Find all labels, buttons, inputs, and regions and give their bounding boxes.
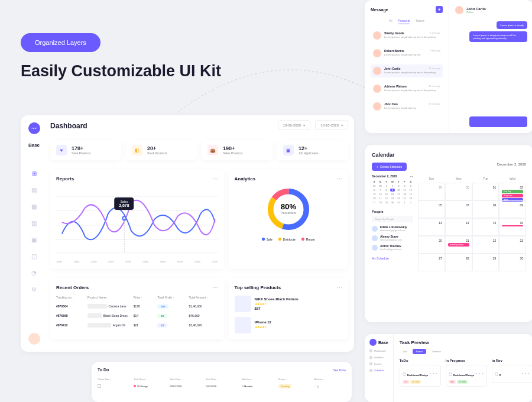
task-card[interactable]: Dashboard Design⋯HighOn Track (446, 365, 487, 387)
mini-cal-date[interactable]: 13 (372, 193, 377, 196)
mini-cal-date[interactable]: 7 (378, 189, 382, 192)
see-more-link[interactable]: See More (333, 368, 346, 372)
nav-schedule-icon[interactable]: ▥ (30, 219, 38, 227)
calendar-cell[interactable]: 05 (418, 200, 445, 218)
calendar-cell[interactable]: 01 (472, 183, 499, 200)
mini-cal-date[interactable]: 5 (408, 184, 413, 187)
calendar-cell[interactable]: 16 (499, 218, 526, 236)
message-tab[interactable]: All (389, 19, 392, 24)
chevron-nav-icon[interactable]: ‹ › (410, 174, 413, 178)
people-item[interactable]: Eddie Lobanovskiylobanovskiy@gmail.com (372, 225, 413, 232)
mini-cal-date[interactable]: 12 (408, 189, 413, 192)
mini-cal-date[interactable]: 28 (378, 201, 382, 204)
calendar-cell[interactable]: 09 (499, 200, 526, 218)
calendar-cell[interactable]: 02First DayParty TimeMore (499, 183, 526, 200)
mini-cal-date[interactable]: 27 (372, 201, 377, 204)
calendar-cell[interactable]: 13 (418, 218, 445, 236)
mini-cal-date[interactable]: 18 (402, 193, 407, 196)
nav-messages-icon[interactable]: ◫ (30, 252, 38, 260)
mini-cal-date[interactable]: 17 (396, 193, 401, 196)
product-item[interactable]: NIKE Shoes Black Pattern★★★★☆$87 (235, 296, 342, 312)
people-item[interactable]: Alexey Stavealexeyst@gmail.com (372, 235, 413, 241)
nav-dashboard-icon[interactable]: ⊞ (30, 169, 38, 177)
mini-cal-date[interactable]: 31 (396, 201, 401, 204)
nav-notification-icon[interactable]: ◔ (30, 268, 38, 277)
nav-calendar-icon[interactable]: ▣ (30, 235, 38, 244)
mini-cal-date[interactable]: 9 (390, 189, 395, 192)
message-item[interactable]: Robert Bacins9 min agoLorem ipsum is sim… (371, 47, 443, 60)
mini-cal-date[interactable]: 20 (372, 197, 377, 200)
nav-analytics-icon[interactable]: ▤ (30, 186, 38, 194)
mini-cal-date[interactable]: 29 (372, 184, 377, 187)
task-nav-item[interactable]: Analytics (369, 356, 388, 359)
nav-invoice-icon[interactable]: ▦ (30, 202, 38, 210)
mini-cal-date[interactable]: 30 (378, 184, 382, 187)
mini-cal-date[interactable]: 4 (402, 184, 407, 187)
calendar-cell[interactable]: 29 (418, 183, 445, 200)
calendar-cell[interactable]: 27 (418, 254, 445, 271)
message-item[interactable]: Shelby Goode1 min agoLorem ipsum is simp… (371, 29, 443, 42)
mini-cal-date[interactable]: 23 (390, 197, 395, 200)
date-from-picker[interactable]: 10-06-2020▾ (278, 120, 311, 130)
mini-cal-date[interactable]: 3 (396, 184, 401, 187)
mini-cal-date[interactable]: 16 (390, 193, 395, 196)
mini-cal-date[interactable]: 30 (390, 201, 395, 204)
mini-cal-date[interactable]: 14 (378, 193, 382, 196)
calendar-cell[interactable]: 22 (472, 236, 499, 254)
message-item[interactable]: Adriene Watson21 min agoLorem ipsum is s… (371, 82, 443, 95)
user-avatar[interactable] (28, 333, 40, 345)
new-message-button[interactable]: + (436, 6, 443, 13)
calendar-cell[interactable]: 28 (445, 254, 472, 271)
mini-cal-date[interactable]: 21 (378, 197, 382, 200)
mini-cal-date[interactable]: 1 (402, 201, 407, 204)
message-item[interactable]: John Carilo15 min agoLorem ipsum is simp… (371, 64, 443, 77)
mini-cal-date[interactable]: 10 (396, 189, 401, 192)
mini-cal-date[interactable]: 8 (384, 189, 389, 192)
calendar-cell[interactable]: 30 (445, 183, 472, 200)
task-nav-item[interactable]: Schedule (369, 369, 388, 372)
people-search-input[interactable]: Search for People (372, 216, 413, 222)
calendar-cell[interactable]: 21Invited by Noman (445, 236, 472, 254)
task-tab[interactable]: List (400, 349, 410, 354)
more-icon[interactable]: ⋯ (212, 176, 218, 182)
mini-cal-date[interactable]: 24 (396, 197, 401, 200)
more-icon[interactable]: ⋯ (336, 284, 342, 291)
calendar-cell[interactable]: 07 (445, 200, 472, 218)
mini-cal-date[interactable]: 1 (384, 184, 389, 187)
task-nav-item[interactable]: Invoice (369, 362, 388, 365)
more-icon[interactable]: ⋯ (212, 284, 218, 291)
more-icon[interactable]: ⋯ (336, 176, 342, 182)
table-row[interactable]: #876364Camera Lens$178325$1,46,660 (56, 304, 218, 309)
calendar-cell[interactable]: 15 (472, 218, 499, 236)
chat-input-bar[interactable] (469, 116, 527, 127)
mini-cal-date[interactable]: 6 (372, 189, 377, 192)
product-item[interactable]: iPhone 12★★★★☆ (235, 317, 342, 333)
mini-cal-date[interactable]: 22 (384, 197, 389, 200)
calendar-cell[interactable]: 23 (499, 236, 526, 254)
table-row[interactable]: #876368Black Sleep Dress$1453$46,660 (56, 313, 218, 318)
mini-cal-date[interactable]: 29 (384, 201, 389, 204)
date-to-picker[interactable]: 10-10-2020▾ (315, 120, 348, 130)
actions-cell[interactable]: ✎ 🗑 (314, 385, 346, 388)
message-item[interactable]: Jhon Deo29 min agoLorem ipsum is simply … (371, 100, 443, 113)
task-card[interactable]: Dashboard Design⋯LowOn Track (400, 365, 441, 387)
calendar-cell[interactable]: 14 (445, 218, 472, 236)
mini-cal-date[interactable]: 26 (408, 197, 413, 200)
create-schedule-button[interactable]: +Create Schedule (372, 163, 407, 171)
mini-cal-date[interactable]: 25 (402, 197, 407, 200)
mini-cal-date[interactable]: 19 (408, 193, 413, 196)
nav-settings-icon[interactable]: ⚙ (30, 285, 38, 293)
calendar-cell[interactable]: 20 (418, 236, 445, 254)
calendar-cell[interactable]: 29 (472, 254, 499, 271)
my-schedule-link[interactable]: My Schedule (372, 257, 413, 260)
task-tab[interactable]: Timeline (429, 349, 445, 354)
message-tab[interactable]: Teams (416, 19, 424, 24)
people-item[interactable]: Anton Tkachevtkachev@gmail.com (372, 244, 413, 251)
task-card[interactable]: D⋯ (492, 365, 532, 383)
todo-checkbox[interactable] (98, 384, 101, 388)
table-row[interactable]: #876412Argan Oil$2178$3,46,676 (56, 323, 218, 328)
mini-cal-date[interactable]: 11 (402, 189, 407, 192)
message-tab[interactable]: Personal (398, 19, 410, 24)
mini-cal-date[interactable]: 15 (384, 193, 389, 196)
calendar-cell[interactable]: 08 (472, 200, 499, 218)
